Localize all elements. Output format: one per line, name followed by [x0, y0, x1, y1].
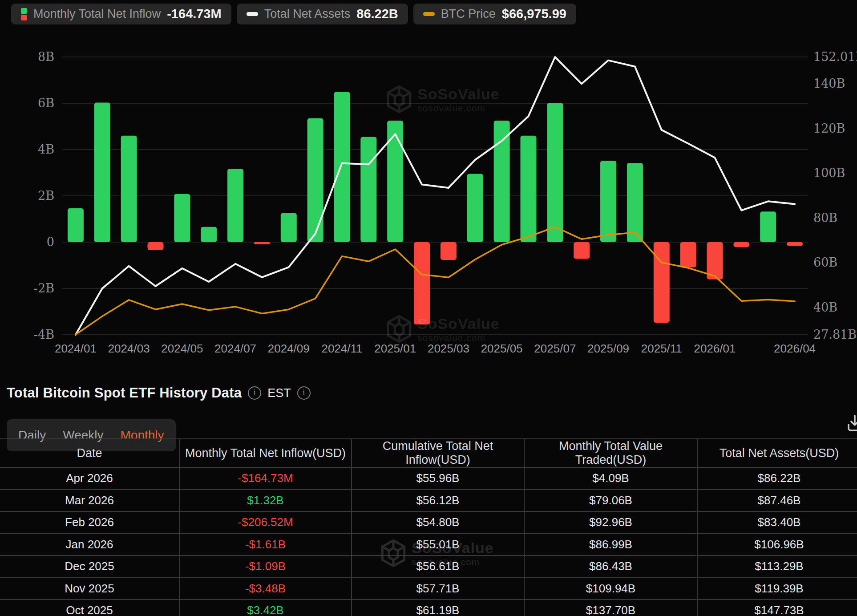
inflow-bar	[254, 242, 270, 244]
inflow-bar	[680, 242, 696, 267]
date-cell: Nov 2025	[0, 578, 179, 600]
table-header-row: DateMonthly Total Net Inflow(USD)Cumulat…	[0, 439, 857, 467]
inflow-bar	[174, 194, 190, 242]
x-axis-tick: 2024/05	[161, 342, 203, 355]
inflow-bar	[281, 213, 297, 242]
value-traded-cell: $137.70B	[524, 600, 697, 616]
x-axis-tick: 2026/01	[694, 342, 736, 355]
cumulative-inflow-cell: $61.19B	[352, 600, 524, 616]
x-axis-tick: 2025/07	[534, 342, 576, 355]
x-axis-tick: 2025/01	[374, 342, 416, 355]
value-traded-cell: $86.99B	[524, 534, 697, 556]
inflow-bar	[387, 121, 403, 242]
btc-line-icon	[423, 12, 435, 16]
inflow-bar	[227, 169, 243, 242]
inflow-bar	[441, 242, 457, 260]
legend-label: Total Net Assets	[264, 7, 351, 21]
legend-item-monthly-net-inflow[interactable]: Monthly Total Net Inflow -164.73M	[11, 4, 231, 24]
legend-value: -164.73M	[167, 7, 222, 21]
table-row: Jan 2026-$1.61B$55.01B$86.99B$106.96B	[0, 534, 857, 556]
inflow-bar	[654, 242, 670, 323]
inflow-bar	[494, 121, 510, 242]
column-header: Total Net Assets(USD)	[697, 439, 857, 467]
left-axis-tick: 8B	[38, 50, 54, 64]
date-cell: Oct 2025	[0, 600, 179, 616]
right-axis-tick: 80B	[813, 211, 837, 225]
legend-value: 86.22B	[356, 7, 398, 21]
value-traded-cell: $79.06B	[524, 490, 697, 512]
date-cell: Feb 2026	[0, 511, 179, 534]
download-icon[interactable]	[845, 413, 857, 433]
table-row: Mar 2026$1.32B$56.12B$79.06B$87.46B	[0, 490, 857, 512]
inflow-bar	[787, 242, 803, 246]
inflow-bar	[574, 242, 590, 259]
x-axis-tick: 2025/09	[587, 342, 629, 355]
value-traded-cell: $92.96B	[524, 511, 697, 534]
cumulative-inflow-cell: $54.80B	[352, 511, 524, 534]
monthly-inflow-bars	[68, 92, 803, 325]
x-axis-labels: 2024/012024/032024/052024/072024/092024/…	[55, 342, 816, 355]
left-axis-tick: 0	[47, 235, 54, 249]
inflow-bar	[521, 136, 537, 242]
x-axis-tick: 2024/11	[321, 342, 362, 355]
inflow-bar	[307, 118, 323, 242]
left-axis-tick: 2B	[38, 189, 54, 203]
right-axis-tick: 100B	[813, 166, 845, 180]
cumulative-inflow-cell: $56.12B	[352, 490, 524, 512]
x-axis-tick: 2024/03	[108, 342, 150, 355]
x-axis-tick: 2024/01	[55, 342, 97, 355]
inflow-bar	[760, 211, 776, 242]
inflow-bar	[547, 103, 563, 242]
inflow-bar	[733, 242, 749, 247]
inflow-bar	[600, 161, 616, 242]
inflow-bar	[334, 92, 350, 242]
left-axis-tick: 6B	[38, 96, 54, 110]
cumulative-inflow-cell: $57.71B	[352, 578, 524, 600]
table-row: Feb 2026-$206.52M$54.80B$92.96B$83.40B	[0, 511, 857, 534]
inflow-bar	[94, 102, 110, 242]
info-icon[interactable]: i	[297, 386, 311, 400]
inflow-bar	[360, 137, 376, 242]
value-traded-cell: $4.09B	[524, 467, 697, 490]
inflow-bar	[148, 242, 164, 250]
x-axis-tick: 2026/04	[774, 342, 816, 355]
cumulative-inflow-cell: $56.61B	[352, 555, 524, 578]
right-axis-tick: 120B	[813, 122, 845, 135]
monthly-inflow-cell: $3.42B	[179, 600, 352, 616]
inflow-bar	[627, 163, 643, 242]
inflow-bar-icon	[21, 8, 27, 20]
chart-legend: Monthly Total Net Inflow -164.73M Total …	[11, 4, 576, 24]
gridlines	[62, 57, 808, 335]
right-axis-tick: 40B	[813, 300, 837, 314]
x-axis-tick: 2024/07	[214, 342, 256, 355]
timezone-label: EST	[267, 386, 291, 400]
inflow-bar	[201, 227, 217, 242]
date-cell: Apr 2026	[0, 467, 179, 490]
right-axis-tick: 152.01B	[813, 50, 857, 64]
monthly-inflow-cell: $1.32B	[179, 490, 352, 512]
cumulative-inflow-cell: $55.01B	[352, 534, 524, 556]
assets-line-icon	[247, 12, 258, 16]
legend-item-total-net-assets[interactable]: Total Net Assets 86.22B	[237, 4, 408, 24]
inflow-bar	[414, 242, 430, 324]
date-cell: Jan 2026	[0, 534, 179, 556]
right-axis-tick: 140B	[813, 77, 845, 90]
etf-history-table: DateMonthly Total Net Inflow(USD)Cumulat…	[0, 438, 857, 616]
legend-value: $66,975.99	[502, 7, 566, 21]
inflow-bar	[121, 136, 137, 242]
legend-item-btc-price[interactable]: BTC Price $66,975.99	[413, 4, 576, 24]
right-axis-tick: 60B	[813, 255, 837, 269]
date-cell: Mar 2026	[0, 490, 179, 512]
column-header: Monthly Total Net Inflow(USD)	[179, 439, 352, 467]
value-traded-cell: $109.94B	[524, 578, 697, 600]
x-axis-tick: 2025/11	[641, 342, 682, 355]
left-axis-tick: 4B	[38, 142, 54, 156]
monthly-inflow-cell: -$206.52M	[179, 511, 352, 534]
monthly-inflow-cell: -$1.61B	[179, 534, 352, 556]
info-icon[interactable]: i	[248, 386, 261, 400]
table-row: Nov 2025-$3.48B$57.71B$109.94B$119.39B	[0, 578, 857, 600]
column-header: Cumulative Total Net Inflow(USD)	[352, 439, 524, 467]
left-axis-tick: -2B	[34, 281, 54, 295]
section-title: Total Bitcoin Spot ETF History Data	[7, 385, 242, 401]
right-axis-labels: 152.01B140B120B100B80B60B40B27.81B	[813, 50, 857, 341]
